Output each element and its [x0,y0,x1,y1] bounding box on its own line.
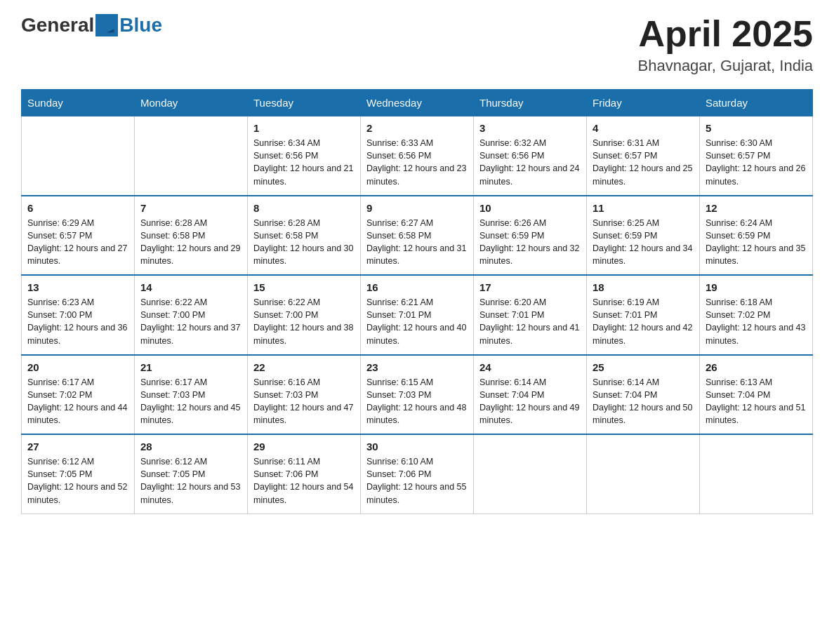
day-number: 2 [366,122,468,134]
day-number: 1 [253,122,355,134]
weekday-header-thursday: Thursday [474,90,587,116]
day-number: 7 [140,202,241,214]
day-number: 18 [593,281,694,293]
day-number: 10 [479,202,581,214]
day-number: 30 [366,441,468,452]
day-detail: Sunrise: 6:31 AMSunset: 6:57 PMDaylight:… [593,137,694,188]
calendar-day-19: 19Sunrise: 6:18 AMSunset: 7:02 PMDayligh… [700,275,813,355]
day-number: 17 [479,281,581,293]
day-detail: Sunrise: 6:17 AMSunset: 7:02 PMDaylight:… [27,376,128,427]
logo: General Blue [21,14,162,36]
page-title: April 2025 [638,14,814,54]
calendar-empty-cell [135,116,248,196]
page-subtitle: Bhavnagar, Gujarat, India [638,57,814,75]
day-number: 26 [706,361,807,373]
calendar-day-27: 27Sunrise: 6:12 AMSunset: 7:05 PMDayligh… [22,434,135,514]
calendar-day-13: 13Sunrise: 6:23 AMSunset: 7:00 PMDayligh… [22,275,135,355]
calendar-day-29: 29Sunrise: 6:11 AMSunset: 7:06 PMDayligh… [248,434,361,514]
day-number: 22 [253,361,355,373]
calendar-week-5: 27Sunrise: 6:12 AMSunset: 7:05 PMDayligh… [22,434,813,514]
logo-icon [95,14,118,36]
calendar-day-1: 1Sunrise: 6:34 AMSunset: 6:56 PMDaylight… [248,116,361,196]
day-number: 16 [366,281,468,293]
calendar-week-3: 13Sunrise: 6:23 AMSunset: 7:00 PMDayligh… [22,275,813,355]
day-detail: Sunrise: 6:13 AMSunset: 7:04 PMDaylight:… [706,376,807,427]
calendar-day-7: 7Sunrise: 6:28 AMSunset: 6:58 PMDaylight… [135,196,248,276]
calendar-empty-cell [22,116,135,196]
day-detail: Sunrise: 6:21 AMSunset: 7:01 PMDaylight:… [366,296,468,347]
weekday-header-monday: Monday [135,90,248,116]
day-number: 13 [27,281,128,293]
day-number: 29 [253,441,355,452]
day-detail: Sunrise: 6:30 AMSunset: 6:57 PMDaylight:… [706,137,807,188]
day-number: 6 [27,202,128,214]
calendar-day-26: 26Sunrise: 6:13 AMSunset: 7:04 PMDayligh… [700,355,813,435]
day-detail: Sunrise: 6:18 AMSunset: 7:02 PMDaylight:… [706,296,807,347]
page-header: General Blue April 2025 Bhavnagar, Gujar… [21,14,813,75]
calendar-day-8: 8Sunrise: 6:28 AMSunset: 6:58 PMDaylight… [248,196,361,276]
weekday-header-row: SundayMondayTuesdayWednesdayThursdayFrid… [22,90,813,116]
day-number: 3 [479,122,581,134]
day-detail: Sunrise: 6:27 AMSunset: 6:58 PMDaylight:… [366,217,468,268]
day-detail: Sunrise: 6:15 AMSunset: 7:03 PMDaylight:… [366,376,468,427]
calendar-day-4: 4Sunrise: 6:31 AMSunset: 6:57 PMDaylight… [587,116,700,196]
day-detail: Sunrise: 6:14 AMSunset: 7:04 PMDaylight:… [593,376,694,427]
calendar-day-2: 2Sunrise: 6:33 AMSunset: 6:56 PMDaylight… [361,116,474,196]
weekday-header-wednesday: Wednesday [361,90,474,116]
day-number: 19 [706,281,807,293]
calendar-day-11: 11Sunrise: 6:25 AMSunset: 6:59 PMDayligh… [587,196,700,276]
day-detail: Sunrise: 6:23 AMSunset: 7:00 PMDaylight:… [27,296,128,347]
calendar-day-20: 20Sunrise: 6:17 AMSunset: 7:02 PMDayligh… [22,355,135,435]
calendar-day-18: 18Sunrise: 6:19 AMSunset: 7:01 PMDayligh… [587,275,700,355]
calendar-day-5: 5Sunrise: 6:30 AMSunset: 6:57 PMDaylight… [700,116,813,196]
day-number: 4 [593,122,694,134]
day-number: 27 [27,441,128,452]
day-number: 23 [366,361,468,373]
day-detail: Sunrise: 6:14 AMSunset: 7:04 PMDaylight:… [479,376,581,427]
calendar-day-23: 23Sunrise: 6:15 AMSunset: 7:03 PMDayligh… [361,355,474,435]
day-detail: Sunrise: 6:19 AMSunset: 7:01 PMDaylight:… [593,296,694,347]
calendar-day-15: 15Sunrise: 6:22 AMSunset: 7:00 PMDayligh… [248,275,361,355]
calendar-week-2: 6Sunrise: 6:29 AMSunset: 6:57 PMDaylight… [22,196,813,276]
calendar-day-9: 9Sunrise: 6:27 AMSunset: 6:58 PMDaylight… [361,196,474,276]
weekday-header-tuesday: Tuesday [248,90,361,116]
calendar-day-3: 3Sunrise: 6:32 AMSunset: 6:56 PMDaylight… [474,116,587,196]
day-detail: Sunrise: 6:33 AMSunset: 6:56 PMDaylight:… [366,137,468,188]
calendar-day-16: 16Sunrise: 6:21 AMSunset: 7:01 PMDayligh… [361,275,474,355]
day-number: 12 [706,202,807,214]
day-number: 9 [366,202,468,214]
calendar-day-17: 17Sunrise: 6:20 AMSunset: 7:01 PMDayligh… [474,275,587,355]
day-detail: Sunrise: 6:16 AMSunset: 7:03 PMDaylight:… [253,376,355,427]
day-number: 21 [140,361,241,373]
logo-general-text: General [21,14,94,36]
calendar-day-28: 28Sunrise: 6:12 AMSunset: 7:05 PMDayligh… [135,434,248,514]
day-detail: Sunrise: 6:34 AMSunset: 6:56 PMDaylight:… [253,137,355,188]
logo-blue-text: Blue [119,14,162,36]
calendar-week-4: 20Sunrise: 6:17 AMSunset: 7:02 PMDayligh… [22,355,813,435]
calendar-table: SundayMondayTuesdayWednesdayThursdayFrid… [21,89,813,514]
day-detail: Sunrise: 6:10 AMSunset: 7:06 PMDaylight:… [366,455,468,507]
day-number: 11 [593,202,694,214]
calendar-day-12: 12Sunrise: 6:24 AMSunset: 6:59 PMDayligh… [700,196,813,276]
day-detail: Sunrise: 6:28 AMSunset: 6:58 PMDaylight:… [253,217,355,268]
day-number: 24 [479,361,581,373]
day-detail: Sunrise: 6:25 AMSunset: 6:59 PMDaylight:… [593,217,694,268]
day-detail: Sunrise: 6:29 AMSunset: 6:57 PMDaylight:… [27,217,128,268]
weekday-header-sunday: Sunday [22,90,135,116]
day-detail: Sunrise: 6:22 AMSunset: 7:00 PMDaylight:… [253,296,355,347]
calendar-day-10: 10Sunrise: 6:26 AMSunset: 6:59 PMDayligh… [474,196,587,276]
calendar-day-24: 24Sunrise: 6:14 AMSunset: 7:04 PMDayligh… [474,355,587,435]
day-number: 15 [253,281,355,293]
day-detail: Sunrise: 6:12 AMSunset: 7:05 PMDaylight:… [140,455,241,507]
day-detail: Sunrise: 6:17 AMSunset: 7:03 PMDaylight:… [140,376,241,427]
calendar-day-6: 6Sunrise: 6:29 AMSunset: 6:57 PMDaylight… [22,196,135,276]
day-detail: Sunrise: 6:11 AMSunset: 7:06 PMDaylight:… [253,455,355,507]
day-number: 8 [253,202,355,214]
weekday-header-friday: Friday [587,90,700,116]
calendar-empty-cell [474,434,587,514]
calendar-empty-cell [587,434,700,514]
calendar-week-1: 1Sunrise: 6:34 AMSunset: 6:56 PMDaylight… [22,116,813,196]
weekday-header-saturday: Saturday [700,90,813,116]
day-detail: Sunrise: 6:22 AMSunset: 7:00 PMDaylight:… [140,296,241,347]
day-number: 20 [27,361,128,373]
